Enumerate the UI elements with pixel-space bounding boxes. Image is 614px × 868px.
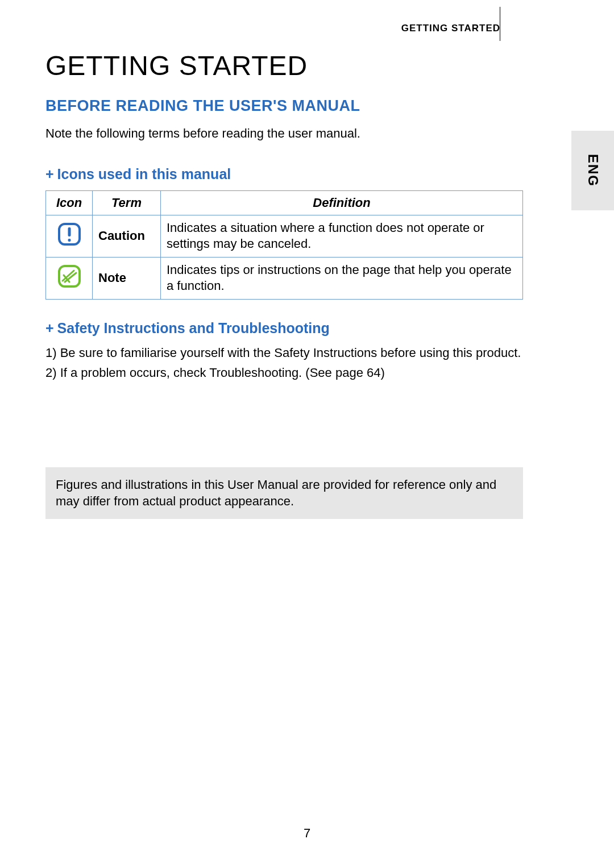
- subheading-safety-text: Safety Instructions and Troubleshooting: [57, 320, 330, 336]
- running-header: GETTING STARTED: [401, 23, 500, 34]
- main-heading: GETTING STARTED: [45, 50, 523, 81]
- language-tab: ENG: [571, 131, 614, 210]
- term-cell-note: Note: [93, 257, 161, 299]
- manual-page: GETTING STARTED ENG GETTING STARTED BEFO…: [0, 0, 614, 868]
- svg-rect-3: [59, 266, 80, 286]
- section-heading: BEFORE READING THE USER'S MANUAL: [45, 97, 523, 115]
- content-column: GETTING STARTED BEFORE READING THE USER'…: [45, 50, 523, 519]
- table-row: Note Indicates tips or instructions on t…: [46, 257, 523, 299]
- svg-rect-1: [68, 227, 70, 236]
- page-number: 7: [0, 826, 614, 841]
- definition-cell-note: Indicates tips or instructions on the pa…: [161, 257, 523, 299]
- col-header-icon: Icon: [46, 190, 93, 215]
- note-icon: [57, 264, 82, 292]
- table-header-row: Icon Term Definition: [46, 190, 523, 215]
- language-tab-text: ENG: [585, 154, 601, 187]
- intro-paragraph: Note the following terms before reading …: [45, 125, 523, 142]
- definition-cell-caution: Indicates a situation where a function d…: [161, 215, 523, 257]
- col-header-definition: Definition: [161, 190, 523, 215]
- table-row: Caution Indicates a situation where a fu…: [46, 215, 523, 257]
- subheading-safety: +Safety Instructions and Troubleshooting: [45, 320, 523, 337]
- col-header-term: Term: [93, 190, 161, 215]
- play-marker-icon: +: [45, 320, 54, 336]
- disclaimer-text: Figures and illustrations in this User M…: [56, 477, 496, 509]
- caution-icon: [57, 222, 82, 250]
- list-item: 2) If a problem occurs, check Troublesho…: [45, 364, 523, 382]
- svg-rect-2: [68, 239, 70, 242]
- subheading-icons-used-text: Icons used in this manual: [57, 166, 231, 182]
- play-marker-icon: +: [45, 166, 54, 182]
- safety-list: 1) Be sure to familiarise yourself with …: [45, 344, 523, 382]
- icons-table: Icon Term Definition: [45, 190, 523, 300]
- list-item: 1) Be sure to familiarise yourself with …: [45, 344, 523, 362]
- note-icon-cell: [46, 257, 93, 299]
- subheading-icons-used: +Icons used in this manual: [45, 166, 523, 182]
- disclaimer-box: Figures and illustrations in this User M…: [45, 467, 523, 519]
- caution-icon-cell: [46, 215, 93, 257]
- term-cell-caution: Caution: [93, 215, 161, 257]
